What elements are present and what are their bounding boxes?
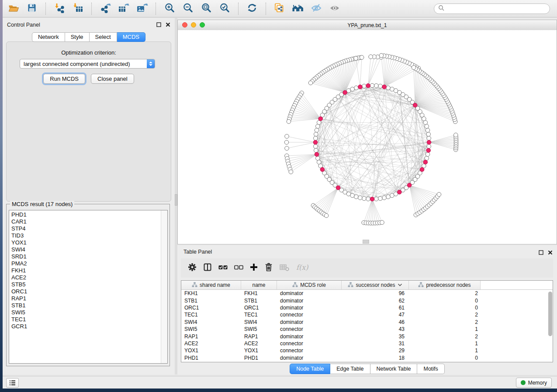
cell-successor-nodes[interactable]: 62 — [342, 298, 409, 304]
open-file-button[interactable] — [6, 2, 21, 16]
mcds-result-item[interactable]: CAR1 — [11, 218, 167, 225]
cell-mcds-role[interactable]: dominator — [277, 305, 342, 311]
toggle-split-button[interactable] — [202, 261, 213, 275]
cell-shared-name[interactable]: SWI5 — [181, 326, 241, 332]
cell-predecessor-nodes[interactable]: 1 — [409, 340, 481, 347]
zoom-selected-button[interactable] — [217, 2, 232, 16]
cell-mcds-role[interactable]: dominator — [277, 319, 342, 325]
cell-shared-name[interactable]: ORC1 — [181, 305, 241, 311]
cell-mcds-role[interactable]: connector — [277, 312, 342, 318]
cell-name[interactable]: RAP1 — [241, 334, 277, 340]
mcds-result-item[interactable]: STP4 — [11, 225, 167, 232]
criterion-dropdown[interactable]: largest connected component (undirected) — [20, 59, 155, 69]
cell-name[interactable]: ORC1 — [241, 305, 277, 311]
first-neighbors-button[interactable] — [291, 2, 305, 16]
cell-predecessor-nodes[interactable]: 2 — [409, 334, 481, 340]
cell-successor-nodes[interactable]: 61 — [342, 305, 409, 311]
cell-successor-nodes[interactable]: 29 — [342, 347, 409, 354]
mcds-result-item[interactable]: YOX1 — [11, 239, 167, 246]
cell-shared-name[interactable]: TEC1 — [181, 312, 241, 318]
cell-name[interactable]: ACE2 — [241, 340, 277, 347]
maximize-window-icon[interactable] — [200, 22, 205, 28]
cell-successor-nodes[interactable]: 35 — [342, 334, 409, 340]
cell-successor-nodes[interactable]: 96 — [342, 290, 409, 296]
tab-motifs[interactable]: Motifs — [417, 364, 444, 374]
run-mcds-button[interactable]: Run MCDS — [43, 74, 85, 84]
table-row[interactable]: STB1STB1dominator620 — [181, 297, 553, 304]
table-row[interactable]: FKH1FKH1dominator962 — [181, 290, 553, 297]
float-window-icon[interactable] — [538, 250, 543, 255]
close-window-icon[interactable] — [182, 22, 187, 28]
close-panel-icon[interactable] — [165, 22, 170, 27]
table-row[interactable]: RAP1RAP1dominator352 — [181, 333, 553, 340]
mcds-result-item[interactable]: STB5 — [11, 281, 167, 288]
cell-shared-name[interactable]: STB1 — [181, 298, 241, 304]
column-header-mcds-role[interactable]: MCDS role — [277, 281, 342, 289]
mcds-result-item[interactable]: TEC1 — [11, 316, 167, 323]
clone-network-button[interactable] — [272, 2, 287, 16]
cell-shared-name[interactable]: ACE2 — [181, 340, 241, 347]
export-image-button[interactable] — [135, 2, 149, 16]
cell-mcds-role[interactable]: connector — [277, 347, 342, 354]
network-canvas[interactable] — [178, 30, 557, 244]
tab-network-table[interactable]: Network Table — [370, 364, 418, 374]
cell-name[interactable]: PHD1 — [241, 355, 277, 361]
mcds-result-item[interactable]: SRD1 — [11, 253, 167, 260]
column-header-shared-name[interactable]: shared name — [181, 281, 241, 289]
cell-successor-nodes[interactable]: 43 — [342, 326, 409, 332]
tab-mcds[interactable]: MCDS — [117, 32, 145, 42]
tab-select[interactable]: Select — [90, 32, 117, 42]
mcds-result-list[interactable]: PHD1CAR1STP4TID3YOX1SWI4SRD1PMA2FKH1ACE2… — [9, 210, 168, 364]
save-session-button[interactable] — [24, 2, 39, 16]
deselect-all-button[interactable] — [233, 261, 244, 275]
cell-shared-name[interactable]: SWI4 — [181, 319, 241, 325]
cell-shared-name[interactable]: YOX1 — [181, 347, 241, 354]
mcds-result-item[interactable]: ORC1 — [11, 288, 167, 295]
table-row[interactable]: ORC1ORC1dominator610 — [181, 304, 553, 311]
float-window-icon[interactable] — [156, 22, 161, 27]
cell-mcds-role[interactable]: connector — [277, 326, 342, 332]
mcds-result-item[interactable]: SWI5 — [11, 309, 167, 316]
zoom-out-button[interactable] — [180, 2, 195, 16]
mcds-result-item[interactable]: GCR1 — [11, 323, 167, 330]
close-panel-button[interactable]: Close panel — [91, 74, 134, 84]
mcds-result-item[interactable]: PMA2 — [11, 260, 167, 267]
refresh-view-button[interactable] — [245, 2, 259, 16]
minimize-window-icon[interactable] — [191, 22, 196, 28]
tab-edge-table[interactable]: Edge Table — [330, 364, 370, 374]
show-panels-menu-button[interactable] — [6, 378, 19, 388]
table-row[interactable]: PHD1PHD1dominator180 — [181, 354, 553, 361]
cell-shared-name[interactable]: RAP1 — [181, 334, 241, 340]
cell-shared-name[interactable]: FKH1 — [181, 290, 241, 296]
cell-successor-nodes[interactable]: 18 — [342, 355, 409, 361]
mcds-result-item[interactable]: PHD1 — [11, 211, 167, 218]
cell-predecessor-nodes[interactable]: 2 — [409, 319, 481, 325]
network-graph[interactable] — [178, 30, 557, 244]
memory-button[interactable]: Memory — [516, 378, 552, 388]
network-window-titlebar[interactable]: YPA_prune.txt_1 — [178, 20, 557, 31]
cell-shared-name[interactable]: PHD1 — [181, 355, 241, 361]
cell-predecessor-nodes[interactable]: 2 — [409, 290, 481, 296]
table-row[interactable]: TEC1TEC1connector472 — [181, 311, 553, 318]
close-panel-icon[interactable] — [547, 250, 553, 255]
cell-name[interactable]: SWI4 — [241, 319, 277, 325]
create-column-button[interactable] — [249, 261, 259, 275]
cell-name[interactable]: YOX1 — [241, 347, 277, 354]
horizontal-splitter-grip[interactable] — [363, 240, 369, 244]
cell-predecessor-nodes[interactable]: 0 — [409, 355, 481, 361]
cell-name[interactable]: TEC1 — [241, 312, 277, 318]
cell-mcds-role[interactable]: dominator — [277, 355, 342, 361]
column-header-successor-nodes[interactable]: successor nodes — [342, 281, 409, 289]
mcds-result-item[interactable]: STB1 — [11, 302, 167, 309]
mcds-result-item[interactable]: TID3 — [11, 232, 167, 239]
hide-selected-button[interactable] — [309, 2, 324, 16]
mcds-result-item[interactable]: FKH1 — [11, 267, 167, 274]
search-input[interactable] — [447, 5, 546, 12]
zoom-fit-button[interactable] — [199, 2, 214, 16]
tab-node-table[interactable]: Node Table — [290, 364, 330, 374]
cell-successor-nodes[interactable]: 31 — [342, 340, 409, 347]
column-header-name[interactable]: name — [241, 281, 277, 289]
cell-mcds-role[interactable]: connector — [277, 340, 342, 347]
mcds-result-item[interactable]: RAP1 — [11, 295, 167, 302]
cell-predecessor-nodes[interactable]: 0 — [409, 298, 481, 304]
